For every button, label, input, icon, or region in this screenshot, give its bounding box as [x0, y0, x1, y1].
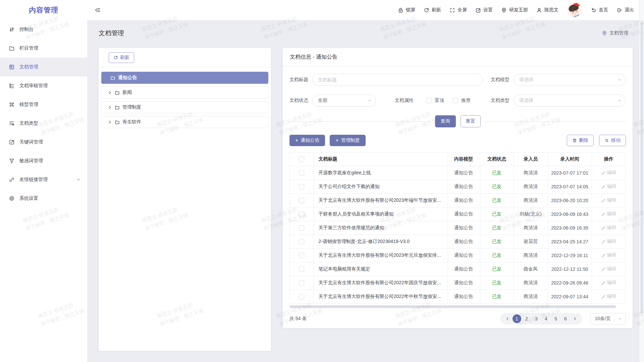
sidebar-item-console[interactable]: 控制台	[0, 20, 87, 39]
attr-recommend-checkbox[interactable]	[453, 98, 458, 103]
scrollbar-thumb[interactable]	[289, 305, 616, 308]
sidebar-item-doc-review[interactable]: 文档审核管理	[0, 76, 87, 95]
page-size-select[interactable]: 10条/页	[590, 313, 626, 324]
header-action-home[interactable]: 首页	[591, 7, 608, 13]
cell-status: 已发	[480, 221, 514, 235]
sidebar-item-columns[interactable]: 栏目管理	[0, 39, 87, 58]
cell-doc-title: 于财务部人员变动及相关事项的通知	[314, 207, 447, 221]
column-header-status: 文档状态	[480, 153, 514, 166]
row-checkbox[interactable]	[299, 225, 304, 231]
doc-title-input[interactable]	[312, 74, 483, 86]
header-action-logout[interactable]: 退出	[616, 7, 634, 13]
table-horizontal-scrollbar[interactable]	[289, 305, 626, 308]
sidebar-item-documents[interactable]: 文档管理	[0, 58, 87, 76]
sidebar-item-doc-types[interactable]: 文档类型	[0, 114, 87, 133]
page-number[interactable]: 4	[542, 314, 550, 323]
edit-note-icon	[9, 139, 15, 145]
doc-type-select[interactable]: 请选择	[514, 95, 626, 107]
prev-page-button[interactable]	[503, 315, 512, 323]
page-number[interactable]: 6	[561, 314, 570, 323]
header-action-refresh[interactable]: 刷新	[424, 7, 441, 13]
edit-button[interactable]: 编辑	[601, 211, 616, 217]
sidebar-item-system-settings[interactable]: 系统设置	[0, 189, 87, 208]
tree-item-news[interactable]: 新闻	[101, 86, 268, 99]
doc-status-value: 全部	[318, 98, 327, 104]
scrollbar-thumb[interactable]	[640, 22, 643, 314]
reset-button[interactable]: 重置	[461, 115, 481, 127]
sidebar-item-friend-links[interactable]: 友情链接管理	[0, 170, 87, 189]
doc-model-select[interactable]: 请选择	[514, 74, 626, 86]
header-action-settings[interactable]: 设置	[475, 7, 493, 13]
doc-status-select[interactable]: 全部	[312, 95, 376, 107]
row-checkbox[interactable]	[299, 253, 304, 258]
row-checkbox[interactable]	[299, 239, 304, 244]
status-badge: 已发	[492, 170, 501, 175]
pager: 123456	[500, 313, 582, 324]
pencil-icon	[601, 267, 605, 271]
cell-status: 已发	[480, 276, 514, 290]
location-pin-icon	[501, 7, 507, 13]
edit-button[interactable]: 编辑	[601, 252, 616, 258]
header-action-department[interactable]: 研发五部	[501, 7, 528, 13]
cell-operator: 商清清	[514, 180, 548, 193]
attr-recommend-option[interactable]: 推荐	[453, 98, 471, 104]
edit-button[interactable]: 编辑	[601, 170, 616, 176]
tree-refresh-button[interactable]: 刷新	[109, 52, 134, 63]
row-checkbox[interactable]	[299, 170, 304, 176]
vertical-scrollbar[interactable]	[639, 0, 644, 362]
search-button[interactable]: 查询	[435, 115, 456, 127]
page-number[interactable]: 3	[532, 314, 541, 323]
refresh-label: 刷新	[120, 55, 129, 61]
header-action-lock[interactable]: 锁屏	[398, 7, 415, 13]
breadcrumb: 文档管理	[602, 30, 628, 36]
header-action-user[interactable]: 陈思文	[536, 7, 558, 13]
sidebar-item-label: 友情链接管理	[19, 177, 48, 183]
sidebar-item-models[interactable]: 模型管理	[0, 95, 87, 114]
add-notice-label: 通知公告	[301, 137, 319, 143]
edit-button[interactable]: 编辑	[601, 197, 616, 203]
edit-button[interactable]: 编辑	[601, 293, 616, 299]
sidebar-item-sensitive-words[interactable]: 敏感词管理	[0, 152, 87, 170]
sidebar-item-keywords[interactable]: 关键词管理	[0, 133, 87, 152]
add-rule-button[interactable]: + 管理制度	[330, 135, 365, 146]
edit-button[interactable]: 编辑	[601, 280, 616, 286]
tree-item-label: 管理制度	[122, 104, 141, 110]
row-checkbox[interactable]	[299, 198, 304, 203]
breadcrumb-label: 文档管理	[609, 30, 628, 36]
move-button[interactable]: 移动	[599, 135, 626, 146]
attr-top-checkbox[interactable]	[426, 98, 432, 103]
row-checkbox[interactable]	[299, 294, 304, 299]
cell-model: 通知公告	[447, 207, 480, 221]
app-brand: 内容管理	[0, 5, 87, 15]
pencil-icon	[601, 253, 605, 257]
sidebar-collapse-button[interactable]	[95, 7, 101, 13]
avatar[interactable]	[565, 0, 584, 20]
tree-item-notice[interactable]: 通知公告	[101, 72, 268, 84]
edit-button[interactable]: 编辑	[601, 266, 616, 272]
attr-top-option[interactable]: 置顶	[426, 98, 444, 104]
row-checkbox[interactable]	[299, 266, 304, 272]
chevron-right-icon	[108, 105, 112, 110]
header-action-fullscreen[interactable]: 全屏	[449, 7, 467, 13]
row-checkbox[interactable]	[299, 212, 304, 217]
page-number[interactable]: 2	[522, 314, 531, 323]
link-icon	[9, 177, 15, 183]
page-number[interactable]: 1	[513, 314, 521, 323]
cell-operator: 商清清	[514, 193, 548, 207]
edit-button[interactable]: 编辑	[601, 238, 616, 244]
row-checkbox[interactable]	[299, 280, 304, 286]
page-number[interactable]: 5	[551, 314, 560, 323]
cell-time: 2022-12-29 16:11	[548, 248, 592, 262]
select-all-checkbox[interactable]	[299, 157, 304, 162]
edit-button[interactable]: 编辑	[601, 183, 616, 189]
edit-button[interactable]: 编辑	[601, 225, 616, 231]
next-page-button[interactable]	[571, 315, 579, 323]
tree-item-rules[interactable]: 管理制度	[101, 101, 268, 113]
cell-time: 2023-07-07 17:01	[548, 166, 592, 180]
tree-item-software[interactable]: 有生软件	[101, 116, 268, 128]
add-notice-button[interactable]: + 通知公告	[289, 135, 325, 146]
row-checkbox[interactable]	[299, 184, 304, 189]
delete-button[interactable]: 删除	[567, 135, 594, 146]
header-action-label: 刷新	[432, 7, 441, 13]
cell-model: 通知公告	[447, 290, 480, 303]
